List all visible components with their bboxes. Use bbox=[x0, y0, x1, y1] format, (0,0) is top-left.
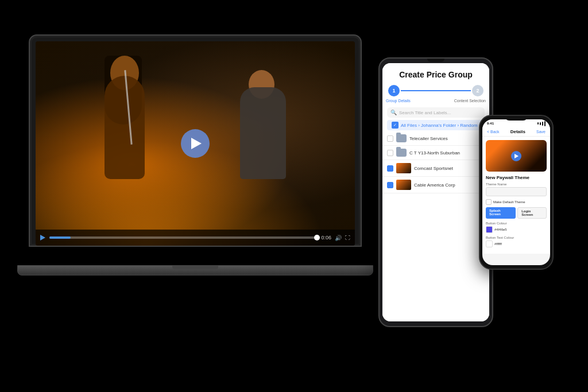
search-placeholder: Search Title and Labels... bbox=[399, 110, 451, 115]
step-2-circle: 2 bbox=[472, 85, 483, 96]
button-colour-field: #4f46e5 bbox=[486, 226, 547, 233]
laptop-hinge bbox=[172, 266, 218, 269]
breadcrumb-check-icon: ✓ bbox=[392, 122, 399, 129]
file-checkbox-1[interactable] bbox=[387, 150, 393, 156]
folder-icon-0 bbox=[396, 134, 407, 142]
paywall-section-title: New Paywall Theme bbox=[486, 175, 547, 180]
button-text-colour-swatch[interactable] bbox=[486, 240, 493, 247]
make-default-label: Make Default Theme bbox=[493, 200, 525, 204]
button-text-colour-label: Button Text Colour bbox=[486, 236, 547, 239]
phone-screen: 9:41 < Back Details Save bbox=[482, 119, 550, 265]
button-colour-group: Button Colour #4f46e5 bbox=[486, 222, 547, 233]
theme-name-input[interactable] bbox=[486, 187, 547, 196]
scene: 0:06 🔊 ⛶ Create Price Group bbox=[0, 0, 588, 392]
phone-video-thumb[interactable] bbox=[486, 140, 547, 172]
file-row-1[interactable]: C T Y13-North Suburban bbox=[382, 146, 489, 160]
phone-video-play-icon[interactable] bbox=[511, 151, 521, 161]
phone-content: New Paywall Theme Theme Name Make Defaul… bbox=[482, 137, 550, 254]
step-1-number: 1 bbox=[392, 88, 395, 94]
laptop-base bbox=[17, 265, 373, 275]
step-1-label: Group Details bbox=[386, 99, 411, 103]
play-button[interactable] bbox=[181, 129, 210, 158]
singer-figure bbox=[93, 53, 185, 179]
tablet: Create Price Group 1 2 Group Details Con… bbox=[378, 57, 493, 327]
file-name-2: Comcast Sportsnet bbox=[414, 166, 485, 171]
tablet-screen: Create Price Group 1 2 Group Details Con… bbox=[382, 63, 489, 321]
fullscreen-icon[interactable]: ⛶ bbox=[345, 235, 350, 240]
step-1-circle: 1 bbox=[388, 85, 400, 96]
concert-background: 0:06 🔊 ⛶ bbox=[36, 41, 355, 246]
back-button[interactable]: < Back bbox=[487, 130, 500, 134]
search-bar[interactable]: 🔍 Search Title and Labels... bbox=[387, 107, 485, 118]
file-row-0[interactable]: Telecaller Services bbox=[382, 131, 489, 146]
theme-name-label: Theme Name bbox=[486, 183, 547, 186]
phone-play-triangle bbox=[514, 154, 519, 158]
progress-bar[interactable] bbox=[49, 236, 318, 239]
file-name-1: C T Y13-North Suburban bbox=[409, 150, 485, 156]
button-text-colour-field: #ffffff bbox=[486, 240, 547, 247]
phone-nav-title: Details bbox=[510, 129, 525, 134]
file-checkbox-0[interactable] bbox=[387, 135, 393, 142]
laptop-screen: 0:06 🔊 ⛶ bbox=[29, 34, 362, 247]
step-labels: Group Details Content Selection bbox=[382, 98, 489, 105]
theme-name-group: Theme Name bbox=[486, 183, 547, 196]
search-icon: 🔍 bbox=[390, 110, 397, 115]
make-default-row: Make Default Theme bbox=[486, 199, 547, 205]
signal-bar-3 bbox=[542, 122, 543, 126]
step-line bbox=[401, 90, 471, 91]
video-thumb-2 bbox=[396, 163, 411, 173]
signal-bar-4 bbox=[544, 121, 546, 126]
screen-type-buttons: Splash Screen Login Screen bbox=[486, 207, 547, 219]
file-name-0: Telecaller Services bbox=[409, 136, 485, 141]
make-default-checkbox[interactable] bbox=[486, 199, 492, 205]
progress-fill bbox=[49, 236, 71, 239]
singer-body bbox=[105, 76, 145, 179]
file-row-3[interactable]: Cable America Corp bbox=[382, 177, 489, 193]
video-controls: 0:06 🔊 ⛶ bbox=[36, 230, 355, 246]
progress-handle[interactable] bbox=[314, 235, 320, 240]
volume-icon[interactable]: 🔊 bbox=[335, 235, 342, 241]
phone-time: 9:41 bbox=[487, 122, 494, 125]
signal-bar-1 bbox=[537, 122, 539, 125]
phone: 9:41 < Back Details Save bbox=[479, 115, 554, 270]
login-screen-button[interactable]: Login Screen bbox=[517, 207, 547, 219]
button-text-colour-value: #ffffff bbox=[494, 242, 502, 246]
breadcrumb-text: All Files › Johanna's Folder › Random bbox=[401, 123, 478, 128]
step-2-label: Content Selection bbox=[454, 99, 486, 103]
play-icon bbox=[191, 138, 202, 149]
splash-screen-button[interactable]: Splash Screen bbox=[486, 207, 516, 219]
guitarist-body bbox=[240, 87, 286, 179]
stepper: 1 2 bbox=[382, 81, 489, 98]
phone-status-bar: 9:41 bbox=[482, 119, 550, 127]
phone-notch bbox=[505, 116, 528, 121]
phone-nav: < Back Details Save bbox=[482, 127, 550, 137]
button-colour-value: #4f46e5 bbox=[494, 228, 507, 231]
file-checkbox-3[interactable] bbox=[387, 182, 393, 188]
laptop-display: 0:06 🔊 ⛶ bbox=[36, 41, 355, 246]
button-colour-label: Button Colour bbox=[486, 222, 547, 225]
tablet-header: Create Price Group bbox=[382, 63, 489, 81]
phone-status-icons bbox=[537, 121, 546, 126]
folder-icon-1 bbox=[396, 149, 407, 157]
file-name-3: Cable America Corp bbox=[414, 183, 485, 188]
signal-bar-2 bbox=[540, 122, 541, 125]
tablet-camera bbox=[427, 59, 444, 62]
time-display: 0:06 bbox=[321, 235, 331, 240]
save-button[interactable]: Save bbox=[536, 130, 546, 134]
file-checkbox-2[interactable] bbox=[387, 165, 393, 172]
step-2-number: 2 bbox=[476, 88, 479, 94]
button-text-colour-group: Button Text Colour #ffffff bbox=[486, 236, 547, 247]
tablet-content: Create Price Group 1 2 Group Details Con… bbox=[382, 63, 489, 321]
laptop: 0:06 🔊 ⛶ bbox=[29, 34, 368, 275]
button-colour-swatch[interactable] bbox=[486, 226, 493, 233]
video-thumb-3 bbox=[396, 180, 411, 190]
tablet-title: Create Price Group bbox=[388, 70, 483, 79]
guitarist-figure bbox=[223, 64, 309, 179]
play-control-icon[interactable] bbox=[40, 235, 46, 240]
file-row-2[interactable]: Comcast Sportsnet bbox=[382, 160, 489, 177]
breadcrumb: ✓ All Files › Johanna's Folder › Random bbox=[387, 120, 485, 130]
